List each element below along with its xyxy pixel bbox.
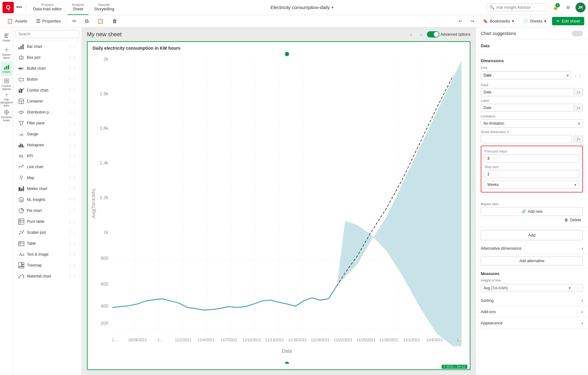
forecast-steps-input[interactable] (484, 154, 579, 162)
sidebar-item-master-items[interactable]: Master items (1, 46, 13, 61)
notifications-button[interactable]: 🔔 5 (550, 2, 560, 12)
edit-sheet-button[interactable]: ✏ Edit sheet (552, 17, 584, 25)
insight-advisor-search[interactable]: 🔍 (485, 3, 548, 11)
dimension-drag-handle[interactable]: ⋮⋮ (572, 73, 583, 78)
add-dimension-button[interactable]: Add (481, 230, 583, 240)
chart-suggestions-toggle[interactable] (572, 31, 583, 36)
sorting-header[interactable]: Sorting › (476, 295, 588, 306)
cut-button[interactable]: ✂ (69, 17, 79, 25)
chart-list-item-box[interactable]: Box plot ⋮⋮ (14, 52, 80, 63)
properties-button[interactable]: ☰ Properties (33, 17, 64, 25)
chart-list-item-treemap[interactable]: Treemap ⋮⋮ (14, 260, 80, 271)
label-value-input[interactable] (481, 104, 574, 112)
app-title[interactable]: Electricity consumption-daily ▾ (120, 5, 484, 10)
chart-list-item-text[interactable]: Aa Text & image ⋮⋮ (14, 249, 80, 260)
pivot-drag-handle[interactable]: ⋮⋮ (68, 219, 77, 224)
filter-drag-handle[interactable]: ⋮⋮ (68, 121, 77, 126)
chart-list-item-bullet[interactable]: Bullet chart ⋮⋮ (14, 63, 80, 74)
chart-list-item-table[interactable]: Table ⋮⋮ (14, 238, 80, 249)
field-fx-button[interactable]: ƒx (574, 89, 583, 95)
bar-drag-handle[interactable]: ⋮⋮ (68, 44, 77, 49)
prev-sheet-button[interactable]: ‹ (407, 30, 416, 39)
delete-toolbar-button[interactable]: 🗑 (109, 17, 120, 25)
gauge-drag-handle[interactable]: ⋮⋮ (68, 132, 77, 137)
alternative-dimensions-header[interactable]: Alternative dimensions › (476, 243, 588, 254)
chart-list-item-waterfall[interactable]: Waterfall chart ⋮⋮ (14, 271, 80, 282)
bookmarks-button[interactable]: 🔖 Bookmarks ▾ (480, 18, 517, 25)
chart-list-item-pivot[interactable]: Pivot table ⋮⋮ (14, 216, 80, 227)
chart-list-item-kpi[interactable]: #1 KPI ⋮⋮ (14, 151, 80, 161)
chart-list-item-bar[interactable]: Bar chart ⋮⋮ (14, 41, 80, 52)
container-drag-handle[interactable]: ⋮⋮ (68, 99, 77, 104)
nav-analyze[interactable]: Analyze Sheet (68, 0, 89, 15)
appearance-header[interactable]: Appearance › (476, 318, 588, 329)
chart-list-item-pie[interactable]: Pie chart ⋮⋮ (14, 205, 80, 216)
chart-list-item-combo[interactable]: Combo chart ⋮⋮ (14, 85, 80, 96)
dimension-date-dropdown[interactable]: Date ▾ (481, 71, 571, 79)
chart-list-item-button[interactable]: Button ⋮⋮ (14, 74, 80, 85)
advanced-options-toggle[interactable] (427, 31, 439, 38)
limitation-select[interactable]: No limitation (481, 120, 575, 127)
table-drag-handle[interactable]: ⋮⋮ (68, 241, 77, 246)
treemap-drag-handle[interactable]: ⋮⋮ (68, 263, 77, 268)
chart-list-item-mekko[interactable]: Mekko chart ⋮⋮ (14, 183, 80, 194)
nav-more-button[interactable]: ••• (15, 4, 23, 11)
dist-drag-handle[interactable]: ⋮⋮ (68, 110, 77, 115)
map-drag-handle[interactable]: ⋮⋮ (68, 175, 77, 180)
text-drag-handle[interactable]: ⋮⋮ (68, 252, 77, 257)
pie-drag-handle[interactable]: ⋮⋮ (68, 208, 77, 213)
nav-prepare[interactable]: Prepare Data load editor (29, 0, 66, 15)
step-size-input[interactable] (484, 170, 579, 178)
chart-list-item-histogram[interactable]: Histogram ⋮⋮ (14, 140, 80, 150)
sidebar-item-fields[interactable]: Fields (1, 30, 13, 45)
mekko-drag-handle[interactable]: ⋮⋮ (68, 186, 77, 191)
bullet-drag-handle[interactable]: ⋮⋮ (68, 66, 77, 71)
waterfall-drag-handle[interactable]: ⋮⋮ (68, 274, 77, 279)
line-drag-handle[interactable]: ⋮⋮ (68, 164, 77, 169)
chart-list-item-container[interactable]: Container ⋮⋮ (14, 96, 80, 107)
measures-drag-handle[interactable]: ⋮⋮ (572, 286, 580, 290)
sidebar-item-custom-objects[interactable]: Custom objects (1, 77, 13, 92)
sheets-button[interactable]: 📄 Sheets ▾ (520, 18, 550, 25)
nl-drag-handle[interactable]: ⋮⋮ (68, 197, 77, 202)
sidebar-item-dynamic-views[interactable]: Dynamic views (1, 108, 13, 123)
chart-list-item-scatter[interactable]: Scatter plot ⋮⋮ (14, 227, 80, 238)
qlik-logo[interactable]: Q (3, 2, 14, 13)
copy-button[interactable]: ⧉ (82, 17, 92, 25)
addons-header[interactable]: Add-ons › (476, 306, 588, 318)
scatter-drag-handle[interactable]: ⋮⋮ (68, 230, 77, 235)
undo-button[interactable]: ↩ (455, 18, 465, 25)
delete-dimension-button[interactable]: 🗑 Delete (481, 216, 583, 224)
chart-list-item-filter[interactable]: Filter pane ⋮⋮ (14, 118, 80, 128)
dimension-date-select[interactable]: Date (481, 72, 565, 79)
search-input[interactable] (496, 5, 540, 10)
combo-drag-handle[interactable]: ⋮⋮ (68, 88, 77, 93)
charts-search-input[interactable] (16, 30, 79, 38)
chart-list-item-dist[interactable]: Distribution p... ⋮⋮ (14, 107, 80, 118)
show-dimension-input[interactable] (481, 135, 572, 143)
user-avatar[interactable]: JK (575, 2, 585, 12)
paste-button[interactable]: 📋 (94, 17, 107, 25)
sidebar-item-app-navigation[interactable]: App navigation links (1, 92, 13, 108)
add-new-button[interactable]: 🔗 Add new (481, 207, 583, 216)
assets-button[interactable]: 📋 Assets (4, 17, 30, 25)
histogram-drag-handle[interactable]: ⋮⋮ (68, 142, 77, 148)
box-drag-handle[interactable]: ⋮⋮ (68, 55, 77, 60)
sidebar-item-charts[interactable]: Charts (1, 61, 13, 76)
show-dimension-fx-button[interactable]: ƒx (574, 136, 583, 142)
nav-narrate[interactable]: Narrate Storytelling (90, 0, 119, 15)
redo-button[interactable]: ↪ (468, 18, 477, 25)
button-drag-handle[interactable]: ⋮⋮ (68, 77, 77, 82)
measures-chevron-icon[interactable]: ▾ (569, 286, 571, 290)
chart-list-item-line[interactable]: Line chart ⋮⋮ (14, 162, 80, 172)
chart-list-item-nl[interactable]: NL NL Insights ⋮⋮ (14, 194, 80, 205)
next-sheet-button[interactable]: › (417, 30, 426, 39)
apps-button[interactable]: ⊞ (563, 2, 573, 12)
field-value-input[interactable] (481, 88, 574, 96)
chart-list-item-gauge[interactable]: Gauge ⋮⋮ (14, 129, 80, 139)
step-unit-select[interactable]: Weeks Days Months Years (485, 181, 572, 188)
label-fx-button[interactable]: ƒx (574, 105, 583, 111)
kpi-drag-handle[interactable]: ⋮⋮ (68, 153, 77, 158)
add-alternative-button[interactable]: Add alternative (481, 257, 583, 265)
chart-list-item-map[interactable]: Map ⋮⋮ (14, 172, 80, 183)
